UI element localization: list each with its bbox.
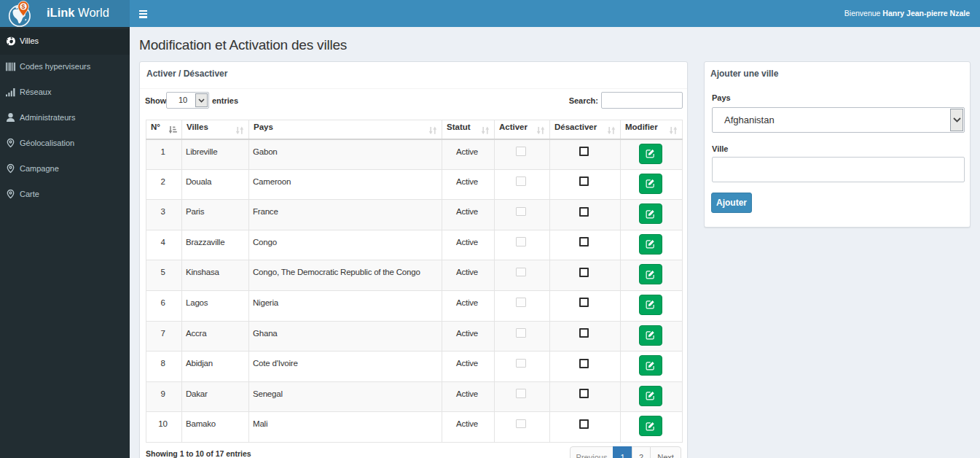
svg-text:$: $ — [21, 2, 26, 10]
